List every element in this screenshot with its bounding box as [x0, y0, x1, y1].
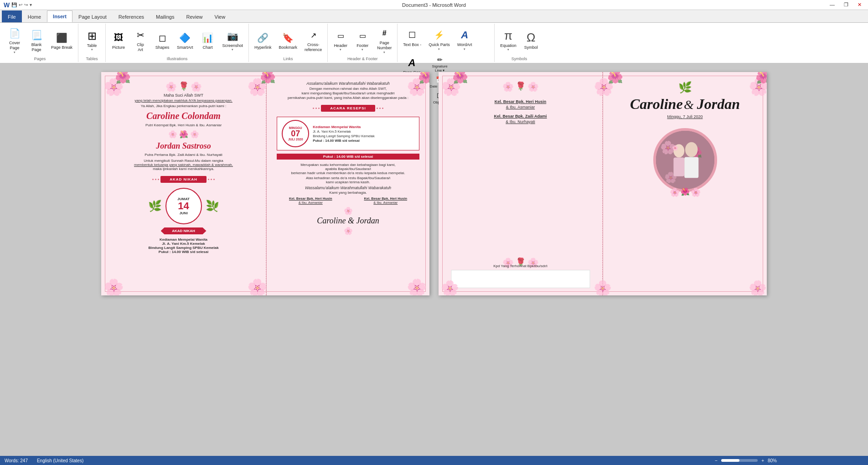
smartart-button[interactable]: 🔷 SmartArt [174, 29, 196, 52]
clip-art-button[interactable]: ✂ ClipArt [130, 26, 150, 54]
footer-label: Footer [356, 43, 368, 48]
hyperlink-label: Hyperlink [254, 45, 272, 50]
illustrations-group-label: Illustrations [167, 57, 188, 61]
tab-mailings[interactable]: Mailings [150, 10, 180, 22]
zoom-level: 80% [768, 458, 777, 463]
right-floral-top: 🌸 🌹 🌸 [502, 81, 539, 92]
tab-view[interactable]: View [209, 10, 232, 22]
bottom-floral-2: 🌸 [344, 227, 353, 235]
shapes-button[interactable]: ◻ Shapes [152, 29, 172, 52]
svg-text:🌸: 🌸 [672, 145, 678, 151]
ribbon-group-links: 🔗 Hyperlink 🔖 Bookmark ↗ Cross-reference… [249, 24, 328, 62]
zoom-slider[interactable] [721, 459, 758, 462]
chart-button[interactable]: 📊 Chart [198, 29, 218, 52]
cross-reference-button[interactable]: ↗ Cross-reference [302, 26, 325, 54]
smartart-label: SmartArt [177, 45, 193, 50]
signature-line-button[interactable]: ✏ Signature Line ▾ [427, 54, 453, 73]
svg-rect-23 [684, 157, 698, 178]
closing5: kami ucapkan terima kasih. [326, 180, 370, 184]
dot6 [213, 179, 215, 180]
pages-group-label: Pages [34, 57, 46, 61]
address-box [451, 270, 590, 288]
right-flower-3: 🌸 [527, 81, 539, 92]
ribbon-group-pages: 📄 CoverPage ▾ 📃 BlankPage ⬛ Page Break P… [2, 24, 78, 62]
undo-icon[interactable]: ↩ [19, 2, 22, 7]
page-number-arrow: ▾ [383, 51, 385, 54]
tab-page-layout[interactable]: Page Layout [72, 10, 113, 22]
ribbon-group-symbols: π Equation ▾ Ω Symbol Symbols [495, 24, 544, 62]
couple-photo-svg: 🌸 🌺 🌸 🌸 [656, 131, 714, 189]
screenshot-arrow: ▾ [232, 48, 233, 52]
cover-page-button[interactable]: 📄 CoverPage ▾ [5, 25, 25, 56]
equation-arrow: ▾ [507, 48, 509, 52]
window-title: Document3 - Microsoft Word [402, 2, 466, 8]
greeting3: kami mengundang Bapak/Ibu/Saudara/i untu… [301, 91, 394, 95]
chart-icon: 📊 [201, 31, 215, 45]
closing4: Atas kehadiran serta do'a restu Bapak/Ib… [306, 176, 390, 180]
save-icon[interactable]: 💾 [11, 2, 17, 7]
maximize-button[interactable]: ❐ [841, 2, 851, 8]
customize-qat-icon[interactable]: ▾ [30, 2, 32, 7]
document-page-left[interactable]: 🌸 🌺 🌸 🌺 🌸 🌸 🌸 🌺 🌸 🌸 🌹 🌸 Maha Suci Allah [101, 72, 429, 295]
equation-button[interactable]: π Equation ▾ [497, 27, 519, 53]
couple-photo-frame: 🌸 🌺 🌸 🌸 [653, 128, 717, 192]
big-couple-names: Caroline & Jordan [630, 96, 740, 113]
text-box-button[interactable]: ☐ Text Box - [400, 26, 424, 49]
photo-flower-3: 🌸 [691, 187, 701, 197]
svg-rect-25 [673, 158, 684, 176]
zoom-in-button[interactable]: + [761, 458, 764, 463]
tab-references[interactable]: References [113, 10, 150, 22]
tab-review[interactable]: Review [180, 10, 208, 22]
bookmark-icon: 🔖 [281, 31, 295, 45]
tab-insert[interactable]: Insert [47, 10, 72, 22]
hyperlink-button[interactable]: 🔗 Hyperlink [252, 29, 274, 52]
page-break-button[interactable]: ⬛ Page Break [48, 29, 75, 52]
dot3 [158, 179, 159, 180]
closing2: apabila Bapak/Ibu/Saudara/i [325, 167, 371, 171]
header-arrow: ▾ [340, 48, 341, 52]
svg-point-22 [685, 142, 698, 157]
footer-button[interactable]: ▭ Footer ▾ [352, 27, 372, 53]
tab-file[interactable]: File [2, 10, 22, 22]
table-label: Table [87, 43, 97, 48]
adot2 [315, 108, 317, 109]
minimize-button[interactable]: — [827, 2, 837, 8]
wordart-button[interactable]: A WordArt ▾ [455, 26, 475, 52]
page-number-icon: # [377, 26, 392, 41]
bookmark-button[interactable]: 🔖 Bookmark [276, 29, 300, 52]
decorative-leaf-icon: 🌿 [678, 81, 692, 94]
picture-button[interactable]: 🖼 Picture [108, 29, 129, 52]
bottom-flower-2: 🌸 [344, 227, 353, 235]
quick-parts-button[interactable]: ⚡ Quick Parts ▾ [426, 26, 453, 52]
smartart-icon: 🔷 [178, 31, 192, 45]
floral-top-left: 🌸 🌹 🌸 [165, 81, 202, 92]
document-page-right[interactable]: 🌸 🌺 🌸 🌺 🌸 🌺 🌸 🌸 🌸 🌸 🌹 🌸 Kel. Besar Bpk. … [439, 72, 767, 295]
screenshot-button[interactable]: 📷 Screenshot ▾ [220, 27, 246, 53]
symbol-button[interactable]: Ω Symbol [521, 29, 541, 52]
header-label: Header [334, 43, 347, 48]
adot5 [379, 108, 381, 109]
venue-label: Kediaman Mempelai Wanita [160, 238, 207, 242]
ribbon-group-text: ☐ Text Box - ⚡ Quick Parts ▾ A WordArt ▾… [398, 24, 495, 62]
right-family4: & Ibu. Nurhayati [506, 119, 535, 124]
header-footer-group-items: ▭ Header ▾ ▭ Footer ▾ # PageNumber ▾ [331, 25, 394, 56]
tab-home[interactable]: Home [22, 10, 47, 22]
dot4 [208, 179, 209, 180]
subtitle-text: yang telah menciptakan makhluk-NYA berpa… [134, 98, 232, 103]
header-button[interactable]: ▭ Header ▾ [331, 27, 351, 53]
equation-label: Equation [500, 43, 517, 48]
laurel-right-icon: 🌿 [206, 200, 219, 212]
bottom-flower-1: 🌸 [344, 207, 353, 215]
venue-addr2: Bindung Langit Samping SPBU Kemelak [313, 134, 375, 138]
blank-page-button[interactable]: 📃 BlankPage [26, 26, 46, 54]
page-number-button[interactable]: # PageNumber ▾ [374, 25, 394, 56]
quick-parts-label: Quick Parts [429, 42, 450, 47]
akad-date-row: 🌿 JUMAT 14 JUNI 🌿 [148, 188, 219, 224]
close-button[interactable]: ✕ [855, 2, 864, 8]
zoom-out-button[interactable]: − [715, 458, 718, 463]
flower-icon-3: 🌸 [191, 81, 202, 92]
redo-icon[interactable]: ↪ [24, 2, 28, 7]
name-caroline: Caroline [630, 96, 683, 112]
table-button[interactable]: ⊞ Table ▾ [82, 27, 102, 53]
akad-month: JUNI [179, 211, 187, 215]
